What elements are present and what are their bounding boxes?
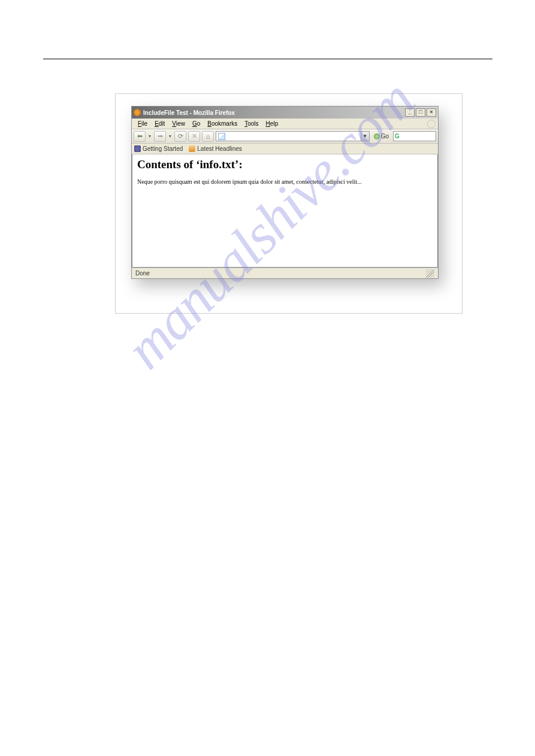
url-input[interactable] — [227, 133, 361, 139]
menu-tools[interactable]: Tools — [241, 120, 262, 127]
menu-view[interactable]: View — [168, 120, 189, 127]
bookmark-latest-headlines[interactable]: Latest Headlines — [189, 145, 242, 152]
page-icon — [218, 133, 225, 140]
resize-grip[interactable] — [426, 269, 434, 278]
menu-file[interactable]: File — [134, 120, 151, 127]
maximize-button[interactable]: □ — [416, 108, 425, 117]
search-bar[interactable]: G — [393, 131, 436, 141]
menu-help[interactable]: Help — [262, 120, 282, 127]
forward-dropdown[interactable]: ▼ — [168, 134, 173, 138]
back-button[interactable]: ⬅ — [134, 131, 146, 142]
browser-window: IncludeFile Test - Mozilla Firefox _ □ ×… — [131, 106, 439, 279]
search-input[interactable] — [401, 133, 477, 139]
content-body: Neque porro quisquam est qui dolorem ips… — [137, 178, 433, 185]
close-button[interactable]: × — [427, 108, 436, 117]
back-dropdown[interactable]: ▼ — [147, 134, 152, 138]
navigation-toolbar: ⬅ ▼ ➡ ▼ ⟳ ✕ ⌂ ▼ Go G — [132, 129, 438, 144]
reload-button[interactable]: ⟳ — [174, 131, 186, 142]
window-controls: _ □ × — [405, 108, 436, 117]
forward-button[interactable]: ➡ — [154, 131, 166, 142]
menu-go[interactable]: Go — [189, 120, 204, 127]
window-title: IncludeFile Test - Mozilla Firefox — [143, 110, 405, 116]
bookmark-label: Latest Headlines — [197, 145, 242, 152]
stop-button[interactable]: ✕ — [188, 131, 200, 142]
firefox-icon — [134, 109, 141, 116]
figure-frame: IncludeFile Test - Mozilla Firefox _ □ ×… — [115, 93, 463, 314]
menu-bookmarks[interactable]: Bookmarks — [204, 120, 241, 127]
url-bar[interactable]: ▼ — [216, 131, 370, 141]
content-area: Contents of ‘info.txt’: Neque porro quis… — [132, 154, 438, 268]
minimize-button[interactable]: _ — [405, 108, 415, 117]
titlebar[interactable]: IncludeFile Test - Mozilla Firefox _ □ × — [132, 107, 438, 119]
bookmarks-toolbar: Getting Started Latest Headlines — [132, 144, 438, 154]
home-button[interactable]: ⌂ — [202, 131, 214, 142]
content-heading: Contents of ‘info.txt’: — [137, 158, 433, 171]
bookmark-icon — [134, 145, 141, 152]
bookmark-getting-started[interactable]: Getting Started — [134, 145, 183, 152]
url-dropdown[interactable]: ▼ — [361, 132, 369, 141]
menu-edit[interactable]: Edit — [151, 120, 168, 127]
go-button[interactable]: Go — [371, 133, 391, 139]
rss-icon — [189, 145, 195, 152]
go-label: Go — [381, 133, 389, 139]
status-text: Done — [135, 270, 150, 277]
page-divider — [43, 59, 492, 59]
bookmark-label: Getting Started — [143, 145, 183, 152]
statusbar: Done — [132, 268, 438, 278]
throbber-icon — [427, 120, 436, 128]
menubar: File Edit View Go Bookmarks Tools Help — [132, 119, 438, 129]
go-icon — [374, 133, 380, 139]
search-engine-icon[interactable]: G — [395, 133, 400, 140]
